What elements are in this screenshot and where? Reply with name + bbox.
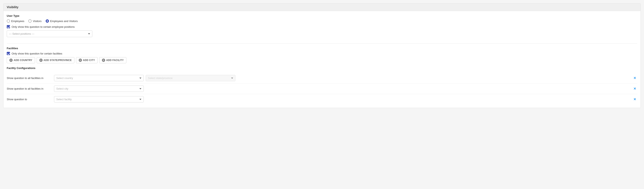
facility-config-title: Facility Configurations [7,67,637,70]
radio-employees[interactable]: Employees [7,19,24,23]
add-city-button[interactable]: + ADD CITY [76,57,98,63]
select-city[interactable]: Select city [54,86,144,92]
add-state-button[interactable]: + ADD STATE/PROVINCE [37,57,74,63]
facility-config-section: Facility Configurations Show question to… [7,67,637,104]
config-row-facility: Show question to Select facility ✕ [7,94,637,104]
config-row-city: Show question to all facilities in Selec… [7,83,637,94]
select-state[interactable]: Select state/province [146,75,236,81]
user-type-label: User Type [7,14,637,17]
add-state-icon: + [39,59,42,62]
panel-title: Visibility [7,6,18,9]
add-country-label: ADD COUNTRY [14,59,32,62]
close-country-row-button[interactable]: ✕ [632,76,637,80]
add-country-icon: + [9,59,13,62]
facilities-checkbox[interactable] [7,52,10,55]
positions-select[interactable]: --- Select positions --- [7,30,92,37]
visibility-panel: Visibility User Type Employees Visitors … [3,3,641,108]
config-row-country-label: Show question to all facilities in [7,77,52,80]
facilities-label: Facilities [7,47,637,50]
config-row-country: Show question to all facilities in Selec… [7,73,637,83]
positions-checkbox[interactable] [7,25,10,28]
radio-employees-label: Employees [11,20,24,23]
radio-visitors-input[interactable] [28,19,32,23]
config-row-city-label: Show question to all facilities in [7,87,52,90]
radio-employees-visitors-input[interactable] [46,19,49,23]
panel-body: User Type Employees Visitors Employees a… [4,11,640,108]
radio-visitors-label: Visitors [33,20,41,23]
radio-visitors[interactable]: Visitors [28,19,41,23]
add-state-label: ADD STATE/PROVINCE [44,59,72,62]
config-city-selects: Select city [54,86,630,92]
add-facility-icon: + [102,59,105,62]
add-city-icon: + [79,59,82,62]
facilities-checkbox-row: Only show this question for certain faci… [7,52,637,55]
positions-checkbox-label: Only show this question to certain emplo… [12,25,74,28]
panel-header: Visibility [4,4,640,11]
facilities-checkbox-label: Only show this question for certain faci… [12,52,62,55]
positions-checkbox-row: Only show this question to certain emplo… [7,25,637,28]
radio-employees-input[interactable] [7,19,10,23]
add-country-button[interactable]: + ADD COUNTRY [7,57,35,63]
config-facility-selects: Select facility [54,96,630,102]
user-type-radio-group: Employees Visitors Employees and Visitor… [7,19,637,23]
select-facility[interactable]: Select facility [54,96,144,102]
divider-facilities [7,43,637,44]
facility-button-group: + ADD COUNTRY + ADD STATE/PROVINCE + ADD… [7,57,637,63]
add-facility-button[interactable]: + ADD FACILITY [99,57,126,63]
radio-employees-visitors[interactable]: Employees and Visitors [46,19,78,23]
radio-employees-visitors-label: Employees and Visitors [50,20,78,23]
add-facility-label: ADD FACILITY [106,59,124,62]
add-city-label: ADD CITY [83,59,95,62]
close-facility-row-button[interactable]: ✕ [632,97,637,102]
close-city-row-button[interactable]: ✕ [632,86,637,91]
config-row-facility-label: Show question to [7,98,52,101]
config-country-selects: Select country Select state/province [54,75,630,81]
select-country[interactable]: Select country [54,75,144,81]
